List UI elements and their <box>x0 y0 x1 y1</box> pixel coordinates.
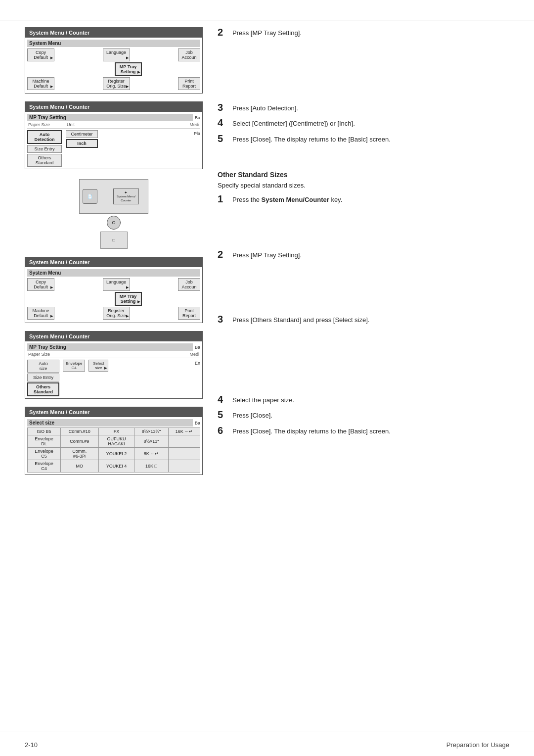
screen2-pla: Pla <box>194 130 200 167</box>
table-cell-iso-b5[interactable]: ISO B5 <box>28 428 61 435</box>
screen4-auto-size[interactable]: Autosize <box>27 360 59 373</box>
step5-text: Press [Close]. The display returns to th… <box>232 134 391 144</box>
screen3-register[interactable]: RegisterOrig. Size <box>103 307 130 320</box>
other-step2-text: Press [MP Tray Setting]. <box>232 249 302 260</box>
footer-page-number: 2-10 <box>25 741 38 749</box>
table-cell-youkei2[interactable]: YOUKEI 2 <box>98 448 134 460</box>
screen1-language[interactable]: Language <box>103 48 130 61</box>
screen4-title: System Menu / Counter <box>25 331 202 341</box>
screen3-mockup: System Menu / Counter System Menu CopyDe… <box>25 257 203 323</box>
step4-text: Select [Centimeter] ([Centimetre]) or [I… <box>232 118 355 129</box>
screen2-title: System Menu / Counter <box>25 102 202 112</box>
table-cell-16k-box[interactable]: 16K □ <box>134 460 168 472</box>
screen1-machine-default[interactable]: MachineDefault <box>27 77 54 90</box>
side-panel: □ <box>100 232 128 249</box>
other-step2-number: 2 <box>218 249 229 259</box>
screen3-title: System Menu / Counter <box>25 257 202 267</box>
screen5-title: System Menu / Counter <box>25 407 202 417</box>
screen1-job-account[interactable]: JobAccoun <box>178 48 200 61</box>
other-standard-sizes-heading: Other Standard Sizes <box>218 171 509 179</box>
other-step1-number: 1 <box>218 194 229 204</box>
ok-button[interactable]: O <box>107 216 121 230</box>
screen2-inch[interactable]: Inch <box>66 139 98 148</box>
screen4-others-standard[interactable]: OthersStandard <box>27 382 59 396</box>
screen3-language[interactable]: Language <box>103 278 130 291</box>
screen2-ba: Ba <box>193 115 200 120</box>
step3-number: 3 <box>218 102 229 112</box>
page-border-top <box>0 20 534 20</box>
table-cell-oufuku[interactable]: OUFUKUHAGAKI <box>98 435 134 448</box>
screen1-register[interactable]: RegisterOrig. Size <box>103 77 130 90</box>
screen4-size-entry[interactable]: Size Entry <box>27 374 59 381</box>
table-cell-8k[interactable]: 8K ←↵ <box>134 448 168 460</box>
step3-text: Press [Auto Detection]. <box>232 102 298 113</box>
table-cell-env-c5[interactable]: EnvelopeC5 <box>28 448 61 460</box>
page-border-bottom <box>0 731 534 731</box>
screen2-header-medi: Medi <box>189 122 199 127</box>
step-2-block: 2 Press [MP Tray Setting]. <box>218 27 509 38</box>
screen3-machine-default[interactable]: MachineDefault <box>27 307 54 320</box>
screen1-print-report[interactable]: PrintReport <box>178 77 200 90</box>
screen4-envelope-c4[interactable]: EnvelopeC4 <box>63 360 85 372</box>
screen1-copy-default[interactable]: CopyDefault <box>27 48 54 61</box>
screen4-header-paper-size: Paper Size <box>28 352 50 357</box>
table-cell-mo[interactable]: MO <box>61 460 98 472</box>
step-3-block: 3 Press [Auto Detection]. <box>218 102 509 113</box>
screen2-menu-bar: MP Tray Setting <box>27 114 193 121</box>
table-cell-env-dl[interactable]: EnvelopeDL <box>28 435 61 448</box>
table-cell-comm634[interactable]: Comm.#6-3/4 <box>61 448 98 460</box>
screen1-mp-tray[interactable]: MP TraySetting <box>115 62 142 76</box>
table-cell-env-c4[interactable]: EnvelopeC4 <box>28 460 61 472</box>
table-cell-comm10[interactable]: Comm.#10 <box>61 428 98 435</box>
other-step1-bold: System Menu/Counter <box>262 196 329 203</box>
screen2-header-paper-size: Paper Size <box>28 122 50 127</box>
screen2-mockup: System Menu / Counter MP Tray Setting Ba… <box>25 101 203 169</box>
table-cell-8x13[interactable]: 8½×13" <box>134 435 168 448</box>
other-step3-block: 3 Press [Others Standard] and press [Sel… <box>218 314 509 325</box>
left-column: System Menu / Counter System Menu CopyDe… <box>25 27 203 483</box>
screen4-select-size[interactable]: Selectsize <box>89 360 108 372</box>
screen5-mockup: System Menu / Counter Select size Ba ISO… <box>25 407 203 475</box>
other-step6-block: 6 Press [Close]. The display returns to … <box>218 425 509 436</box>
other-step4-text: Select the paper size. <box>232 394 294 405</box>
other-step1-text: Press the System Menu/Counter key. <box>232 194 342 205</box>
screen2-size-entry[interactable]: Size Entry <box>27 145 62 153</box>
right-column: 2 Press [MP Tray Setting]. 3 Press [Auto… <box>218 27 509 441</box>
screen2-auto-detection[interactable]: AutoDetection <box>27 130 62 144</box>
screen1-mockup: System Menu / Counter System Menu CopyDe… <box>25 27 203 94</box>
screen4-mockup: System Menu / Counter MP Tray Setting Ba… <box>25 331 203 399</box>
step4-number: 4 <box>218 118 229 128</box>
screen1-menu-bar: System Menu <box>27 40 200 47</box>
screen2-others-standard[interactable]: OthersStandard <box>27 154 62 167</box>
table-cell-fx[interactable]: FX <box>98 428 134 435</box>
table-cell-comm9[interactable]: Comm.#9 <box>61 435 98 448</box>
table-cell-8x13half[interactable]: 8½×13½" <box>134 428 168 435</box>
page-content: System Menu / Counter System Menu CopyDe… <box>25 27 509 724</box>
screen2-centimeter[interactable]: Centimeter <box>66 130 98 138</box>
screen5-menu-bar: Select size <box>27 419 193 426</box>
other-step5-block: 5 Press [Close]. <box>218 410 509 421</box>
step5-number: 5 <box>218 134 229 143</box>
screen4-en: En <box>195 360 200 396</box>
screen1-title: System Menu / Counter <box>25 28 202 38</box>
table-cell-16k-return1[interactable]: 16K ←↵ <box>168 428 200 435</box>
other-step6-text: Press [Close]. The display returns to th… <box>232 425 391 436</box>
screen4-menu-bar: MP Tray Setting <box>27 343 193 351</box>
other-step3-number: 3 <box>218 314 229 324</box>
other-step3-text: Press [Others Standard] and press [Selec… <box>232 314 369 325</box>
screen4-header-medi: Medi <box>189 352 199 357</box>
screen3-job-account[interactable]: JobAccoun <box>178 278 200 291</box>
other-step1-text2: key. <box>329 196 343 203</box>
screen4-ba: Ba <box>193 345 200 350</box>
table-cell-youkei4[interactable]: YOUKEI 4 <box>98 460 134 472</box>
screen2-header-unit: Unit <box>67 122 75 127</box>
keyboard-area: 📄 ✦ System Menu/Counter O □ <box>25 179 203 249</box>
other-step5-text: Press [Close]. <box>232 410 272 421</box>
screen3-copy-default[interactable]: CopyDefault <box>27 278 54 291</box>
step2-number: 2 <box>218 27 229 37</box>
other-step4-block: 4 Select the paper size. <box>218 394 509 405</box>
other-step4-number: 4 <box>218 394 229 404</box>
screen3-mp-tray[interactable]: MP TraySetting <box>115 292 142 306</box>
other-step6-number: 6 <box>218 425 229 435</box>
screen3-print-report[interactable]: PrintReport <box>178 307 200 320</box>
